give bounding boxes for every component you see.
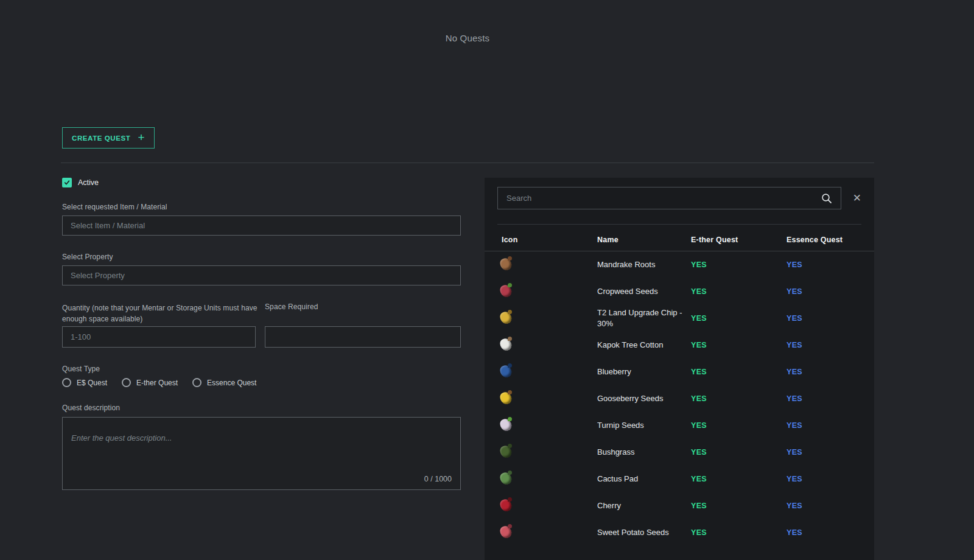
item-picker-panel: ✕ Icon Name E-ther Quest Essence Quest M… [485, 178, 874, 560]
essence-quest-flag: YES [787, 421, 874, 430]
essence-quest-flag: YES [787, 502, 874, 510]
close-icon[interactable]: ✕ [852, 192, 863, 205]
bushgrass-icon [499, 443, 513, 459]
table-row[interactable]: Bushgrass YES YES [485, 439, 874, 466]
ether-quest-flag: YES [691, 475, 787, 483]
space-required-label: Space Required [265, 303, 318, 311]
item-name: Cropweed Seeds [597, 286, 691, 297]
col-header-name: Name [597, 236, 691, 244]
checkmark-icon [64, 180, 70, 186]
active-checkbox-label: Active [78, 178, 99, 187]
item-name: Gooseberry Seeds [597, 393, 691, 404]
blueberry-icon [499, 363, 513, 379]
ether-quest-flag: YES [691, 394, 787, 403]
table-row[interactable]: Turnip Seeds YES YES [485, 412, 874, 439]
char-counter: 0 / 1000 [424, 475, 452, 483]
land-upgrade-chip-icon [499, 309, 513, 325]
essence-quest-flag: YES [787, 341, 874, 349]
table-row[interactable]: Cactus Pad YES YES [485, 466, 874, 492]
radio-circle-icon[interactable] [192, 378, 201, 387]
quest-type-radio[interactable]: E-ther Quest [122, 378, 178, 387]
table-row[interactable]: Gooseberry Seeds YES YES [485, 385, 874, 412]
search-icon[interactable] [821, 193, 832, 204]
quest-type-radio[interactable]: E$ Quest [62, 378, 107, 387]
table-row[interactable]: Mandrake Roots YES YES [485, 251, 874, 278]
plus-icon: + [138, 131, 145, 143]
description-field-label: Quest description [62, 404, 120, 412]
item-name: Cherry [597, 500, 691, 511]
item-name: Blueberry [597, 366, 691, 377]
active-checkbox[interactable] [62, 178, 72, 187]
create-quest-label: CREATE QUEST [72, 135, 130, 142]
table-row[interactable]: T2 Land Upgrade Chip - 30% YES YES [485, 305, 874, 332]
ether-quest-flag: YES [691, 341, 787, 349]
items-table-body: Mandrake Roots YES YES Cropweed Seeds YE… [485, 251, 874, 546]
cropweed-seeds-icon [499, 282, 513, 298]
search-input[interactable] [498, 187, 841, 209]
essence-quest-flag: YES [787, 287, 874, 296]
ether-quest-flag: YES [691, 528, 787, 537]
essence-quest-flag: YES [787, 528, 874, 537]
items-table-header: Icon Name E-ther Quest Essence Quest [485, 229, 874, 251]
essence-quest-flag: YES [787, 394, 874, 403]
quantity-field-label: Quantity (note that your Mentar or Stora… [62, 303, 258, 324]
cherry-icon [499, 497, 513, 513]
ether-quest-flag: YES [691, 448, 787, 457]
mandrake-roots-icon [499, 256, 513, 271]
quest-form: Active Select requested Item / Material … [62, 177, 461, 188]
item-name: Turnip Seeds [597, 420, 691, 431]
turnip-seeds-icon [499, 416, 513, 432]
essence-quest-flag: YES [787, 314, 874, 323]
description-field-wrap: 0 / 1000 [62, 417, 461, 490]
sweet-potato-seeds-icon [499, 523, 513, 539]
ether-quest-flag: YES [691, 261, 787, 269]
col-header-icon: Icon [502, 236, 597, 244]
property-select-input[interactable] [62, 265, 461, 285]
cactus-pad-icon [499, 470, 513, 486]
property-field-label: Select Property [62, 253, 113, 261]
quest-type-group: E$ Quest E-ther Quest Essence Quest [62, 378, 256, 387]
table-row[interactable]: Blueberry YES YES [485, 359, 874, 385]
item-name: Sweet Potato Seeds [597, 527, 691, 538]
table-row[interactable]: Kapok Tree Cotton YES YES [485, 332, 874, 359]
col-header-ether: E-ther Quest [691, 236, 787, 244]
description-textarea[interactable] [63, 418, 460, 469]
panel-divider [497, 224, 861, 225]
kapok-tree-cotton-icon [499, 336, 513, 352]
item-name: Cactus Pad [597, 474, 691, 485]
search-box [497, 187, 841, 209]
ether-quest-flag: YES [691, 502, 787, 510]
quest-type-label: Quest Type [62, 365, 100, 373]
item-name: T2 Land Upgrade Chip - 30% [597, 307, 691, 329]
create-quest-button[interactable]: CREATE QUEST + [62, 127, 155, 149]
space-required-input[interactable] [265, 326, 461, 348]
items-table: Icon Name E-ther Quest Essence Quest Man… [485, 229, 874, 546]
radio-circle-icon[interactable] [122, 378, 131, 387]
radio-circle-icon[interactable] [62, 378, 71, 387]
quantity-input[interactable] [62, 326, 256, 348]
item-name: Bushgrass [597, 447, 691, 458]
essence-quest-flag: YES [787, 368, 874, 376]
ether-quest-flag: YES [691, 287, 787, 296]
gooseberry-seeds-icon [499, 390, 513, 405]
item-name: Kapok Tree Cotton [597, 340, 691, 351]
item-name: Mandrake Roots [597, 259, 691, 270]
table-row[interactable]: Cherry YES YES [485, 492, 874, 519]
ether-quest-flag: YES [691, 314, 787, 323]
essence-quest-flag: YES [787, 261, 874, 269]
item-field-label: Select requested Item / Material [62, 203, 167, 211]
empty-state-text: No Quests [61, 33, 874, 43]
essence-quest-flag: YES [787, 448, 874, 457]
item-select-input[interactable] [62, 215, 461, 236]
quest-type-radio[interactable]: Essence Quest [192, 378, 256, 387]
essence-quest-flag: YES [787, 475, 874, 483]
table-row[interactable]: Sweet Potato Seeds YES YES [485, 519, 874, 546]
table-row[interactable]: Cropweed Seeds YES YES [485, 278, 874, 305]
section-divider [61, 163, 874, 163]
col-header-essence: Essence Quest [787, 236, 874, 244]
ether-quest-flag: YES [691, 368, 787, 376]
ether-quest-flag: YES [691, 421, 787, 430]
